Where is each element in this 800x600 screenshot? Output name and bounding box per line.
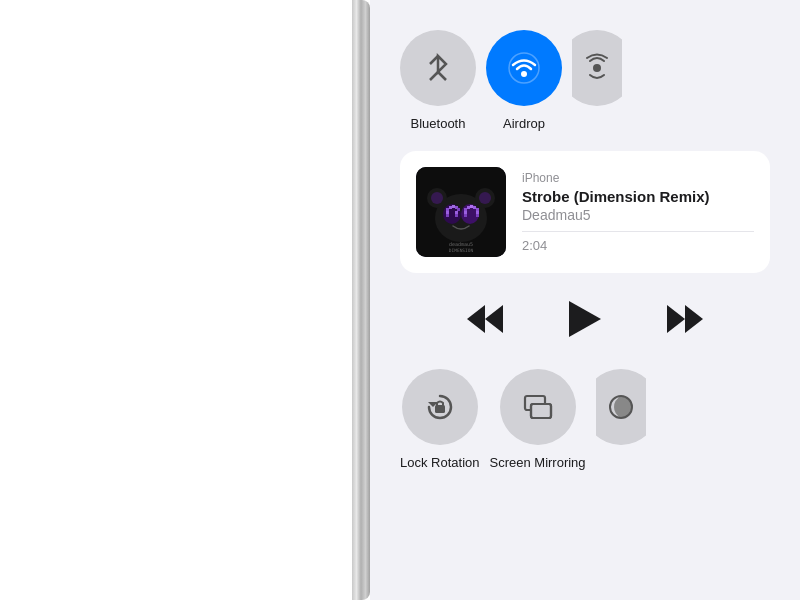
airdrop-icon bbox=[506, 50, 542, 86]
svg-rect-12 bbox=[449, 206, 452, 209]
track-title: Strobe (Dimension Remix) bbox=[522, 188, 722, 205]
svg-rect-21 bbox=[467, 206, 470, 209]
svg-point-7 bbox=[431, 192, 443, 204]
airdrop-label: Airdrop bbox=[503, 116, 545, 131]
screen-mirroring-icon bbox=[521, 390, 555, 424]
utility-row: Lock Rotation Screen Mirroring bbox=[370, 345, 800, 470]
svg-rect-26 bbox=[476, 211, 479, 214]
svg-marker-33 bbox=[569, 301, 601, 337]
svg-marker-31 bbox=[485, 305, 503, 333]
svg-point-1 bbox=[509, 53, 539, 83]
svg-rect-16 bbox=[446, 211, 449, 214]
svg-point-0 bbox=[521, 71, 527, 77]
svg-rect-20 bbox=[464, 208, 467, 211]
svg-rect-25 bbox=[464, 211, 467, 214]
svg-rect-18 bbox=[446, 214, 449, 217]
do-not-disturb-icon bbox=[606, 392, 636, 422]
svg-rect-28 bbox=[476, 214, 479, 217]
rewind-button[interactable] bbox=[459, 297, 511, 341]
svg-text:deadmau5: deadmau5 bbox=[449, 241, 473, 247]
bluetooth-label: Bluetooth bbox=[411, 116, 466, 131]
bluetooth-icon-circle bbox=[400, 30, 476, 106]
svg-text:DIMENSION: DIMENSION bbox=[449, 248, 474, 253]
phone-bezel bbox=[352, 0, 370, 600]
personal-hotspot-icon bbox=[582, 53, 612, 83]
bluetooth-button[interactable]: Bluetooth bbox=[400, 30, 476, 131]
svg-rect-11 bbox=[446, 208, 449, 211]
lock-rotation-button[interactable]: Lock Rotation bbox=[400, 369, 480, 470]
do-not-disturb-button[interactable] bbox=[596, 369, 646, 445]
connectivity-row: Bluetooth Airdrop bbox=[370, 0, 800, 131]
airdrop-icon-circle bbox=[486, 30, 562, 106]
deadmau5-album-art-svg: deadmau5 DIMENSION bbox=[417, 168, 505, 256]
screen-mirroring-label: Screen Mirroring bbox=[490, 455, 586, 470]
svg-rect-24 bbox=[476, 208, 479, 211]
screen-mirroring-icon-circle bbox=[500, 369, 576, 445]
play-icon bbox=[569, 301, 601, 337]
control-center: Bluetooth Airdrop bbox=[370, 0, 800, 600]
svg-rect-22 bbox=[470, 205, 473, 208]
screen-mirroring-button[interactable]: Screen Mirroring bbox=[490, 369, 586, 470]
track-artist: Deadmau5 bbox=[522, 207, 754, 223]
lock-rotation-label: Lock Rotation bbox=[400, 455, 480, 470]
svg-marker-32 bbox=[467, 305, 485, 333]
track-info: iPhone Strobe (Dimension Remix) Deadmau5… bbox=[522, 171, 754, 253]
play-button[interactable] bbox=[561, 293, 609, 345]
rewind-icon bbox=[467, 305, 503, 333]
playback-controls bbox=[370, 293, 800, 345]
fast-forward-icon bbox=[667, 305, 703, 333]
svg-rect-19 bbox=[455, 214, 458, 217]
music-info-row: deadmau5 DIMENSION iPhone Strobe (Dimens… bbox=[416, 167, 754, 257]
personal-hotspot-icon-circle bbox=[572, 30, 622, 106]
svg-rect-13 bbox=[452, 205, 455, 208]
lock-rotation-icon bbox=[423, 390, 457, 424]
svg-rect-27 bbox=[464, 214, 467, 217]
track-source: iPhone bbox=[522, 171, 754, 185]
svg-rect-17 bbox=[455, 211, 458, 214]
svg-point-8 bbox=[479, 192, 491, 204]
airdrop-button[interactable]: Airdrop bbox=[486, 30, 562, 131]
album-art-inner: deadmau5 DIMENSION bbox=[416, 167, 506, 257]
svg-rect-23 bbox=[473, 206, 476, 209]
svg-marker-34 bbox=[667, 305, 685, 333]
personal-hotspot-button[interactable] bbox=[572, 30, 622, 106]
svg-point-2 bbox=[593, 64, 601, 72]
svg-rect-37 bbox=[435, 405, 445, 413]
svg-rect-39 bbox=[531, 404, 551, 418]
do-not-disturb-icon-circle bbox=[596, 369, 646, 445]
music-player: deadmau5 DIMENSION iPhone Strobe (Dimens… bbox=[400, 151, 770, 273]
track-divider bbox=[522, 231, 754, 232]
phone-frame bbox=[0, 0, 370, 600]
lock-rotation-icon-circle bbox=[402, 369, 478, 445]
album-art: deadmau5 DIMENSION bbox=[416, 167, 506, 257]
bluetooth-icon bbox=[422, 52, 454, 84]
svg-marker-35 bbox=[685, 305, 703, 333]
track-time: 2:04 bbox=[522, 238, 754, 253]
svg-rect-15 bbox=[457, 208, 460, 211]
fast-forward-button[interactable] bbox=[659, 297, 711, 341]
